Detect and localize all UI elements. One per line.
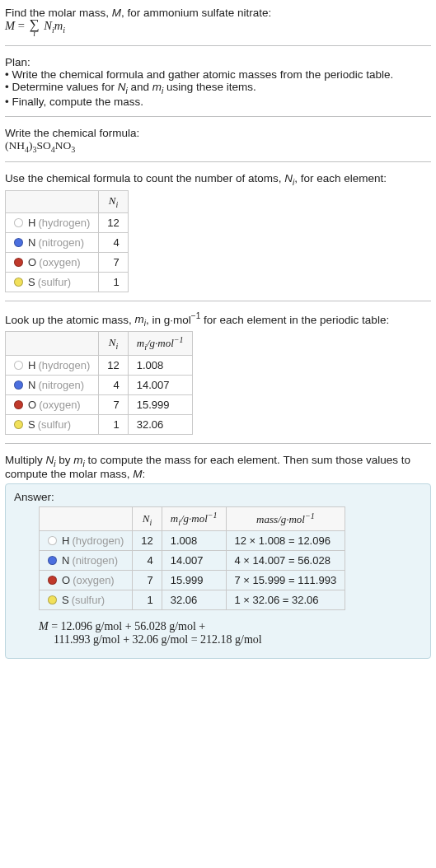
plan-b1: • Write the chemical formula and gather … [5, 68, 431, 81]
element-symbol: N [28, 236, 35, 249]
plan-b2-mid: and [128, 81, 152, 93]
mi-cell: 15.999 [162, 571, 226, 590]
table-row: O(oxygen)715.9997 × 15.999 = 111.993 [40, 571, 345, 590]
intro-M: M [112, 7, 121, 19]
element-dot-icon [14, 420, 23, 429]
multiply-section: Multiply Ni by mi to compute the mass fo… [5, 450, 431, 665]
element-cell: S(sulfur) [40, 590, 133, 610]
mi-cell: 15.999 [128, 394, 192, 414]
element-symbol: S [28, 276, 35, 288]
separator [5, 443, 431, 444]
element-symbol: N [28, 379, 35, 391]
element-dot-icon [14, 400, 23, 409]
sigma-icon: ∑i [30, 19, 40, 37]
element-cell: H(hydrogen) [40, 531, 133, 551]
count-section: Use the chemical formula to count the nu… [5, 169, 431, 296]
element-symbol: N [62, 554, 69, 567]
element-name: (sulfur) [72, 594, 105, 606]
element-name: (oxygen) [39, 256, 81, 268]
th-mi: mi/g·mol−1 [162, 507, 226, 531]
Ni-cell: 1 [133, 590, 162, 610]
table-row: O(oxygen)715.999 [6, 394, 193, 414]
element-cell: O(oxygen) [6, 394, 99, 414]
element-symbol: O [62, 574, 70, 586]
mult-mid: by [56, 454, 74, 466]
count-title-b: , for each element: [294, 172, 387, 184]
table-row: S(sulfur)132.06 [6, 414, 193, 434]
element-cell: O(oxygen) [40, 571, 133, 590]
Ni-cell: 4 [133, 551, 162, 571]
mass-title-a: Look up the atomic mass, [5, 313, 135, 325]
element-dot-icon [48, 556, 57, 565]
plan-b2: • Determine values for Ni and mi using t… [5, 81, 431, 96]
plan-b3: • Finally, compute the mass. [5, 96, 431, 108]
Ni-cell: 7 [133, 571, 162, 590]
table-row: H(hydrogen)121.00812 × 1.008 = 12.096 [40, 531, 345, 551]
plan-b2-N: Ni [118, 81, 128, 93]
plan-section: Plan: • Write the chemical formula and g… [5, 53, 431, 113]
mi-cell: 14.007 [128, 375, 192, 394]
mult-m: mi [73, 454, 84, 466]
intro-text-b: , for ammonium sulfate nitrate: [121, 7, 271, 19]
count-table: Ni H(hydrogen)12N(nitrogen)4O(oxygen)7S(… [5, 190, 129, 292]
element-name: (hydrogen) [38, 359, 90, 371]
mult-a: Multiply [5, 454, 46, 466]
element-dot-icon [14, 361, 23, 370]
table-row: H(hydrogen)12 [6, 212, 129, 232]
mass-title-b: , in g·mol [146, 313, 191, 325]
mass-title-exp: −1 [191, 311, 200, 320]
element-dot-icon [14, 238, 23, 247]
th-blank [6, 191, 99, 213]
table-row: O(oxygen)7 [6, 252, 129, 272]
plan-title: Plan: [5, 56, 431, 68]
Ni-cell: 4 [99, 232, 128, 252]
write-title: Write the chemical formula: [5, 127, 431, 139]
plan-b2-b: using these items. [163, 81, 256, 93]
element-cell: S(sulfur) [6, 272, 99, 292]
multiply-title: Multiply Ni by mi to compute the mass fo… [5, 454, 431, 481]
mi-cell: 32.06 [162, 590, 226, 610]
th-mi: mi/g·mol−1 [128, 331, 192, 355]
table-header-row: Ni mi/g·mol−1 mass/g·mol−1 [40, 507, 345, 531]
element-cell: N(nitrogen) [6, 375, 99, 394]
Ni-cell: 7 [99, 252, 128, 272]
element-symbol: H [62, 534, 69, 547]
table-row: N(nitrogen)414.007 [6, 375, 193, 394]
element-cell: N(nitrogen) [40, 551, 133, 571]
mass-cell: 12 × 1.008 = 12.096 [226, 531, 345, 551]
eq-term: Nimi [44, 19, 65, 32]
element-cell: H(hydrogen) [6, 212, 99, 232]
element-dot-icon [48, 595, 57, 604]
element-name: (sulfur) [38, 276, 71, 288]
mass-cell: 4 × 14.007 = 56.028 [226, 551, 345, 571]
separator [5, 301, 431, 301]
mi-cell: 14.007 [162, 551, 226, 571]
element-dot-icon [14, 218, 23, 227]
element-name: (nitrogen) [38, 379, 84, 391]
Ni-cell: 7 [99, 394, 128, 414]
table-row: S(sulfur)132.061 × 32.06 = 32.06 [40, 590, 345, 610]
mass-title-c: for each element in the periodic table: [200, 313, 389, 325]
Ni-cell: 12 [99, 212, 128, 232]
table-header-row: Ni [6, 191, 129, 213]
element-symbol: S [28, 418, 35, 431]
answer-label: Answer: [14, 491, 422, 503]
intro-line: Find the molar mass, M, for ammonium sul… [5, 7, 431, 19]
Ni-cell: 1 [99, 272, 128, 292]
plan-b2-m: mi [152, 81, 163, 93]
element-dot-icon [14, 278, 23, 287]
molar-mass-calc: M = 12.096 g/mol + 56.028 g/mol + 111.99… [39, 620, 422, 646]
mass-title: Look up the atomic mass, mi, in g·mol−1 … [5, 311, 431, 328]
element-name: (oxygen) [39, 399, 81, 411]
th-blank [6, 331, 99, 355]
separator [5, 161, 431, 162]
element-name: (hydrogen) [38, 217, 90, 229]
th-blank [40, 507, 133, 531]
count-title: Use the chemical formula to count the nu… [5, 172, 431, 187]
element-name: (oxygen) [73, 574, 115, 586]
th-Ni: Ni [99, 331, 128, 355]
write-section: Write the chemical formula: (NH4)3SO4NO3 [5, 124, 431, 159]
mass-section: Look up the atomic mass, mi, in g·mol−1 … [5, 308, 431, 440]
plan-b2-a: • Determine values for [5, 81, 118, 93]
intro-text-a: Find the molar mass, [5, 7, 112, 19]
